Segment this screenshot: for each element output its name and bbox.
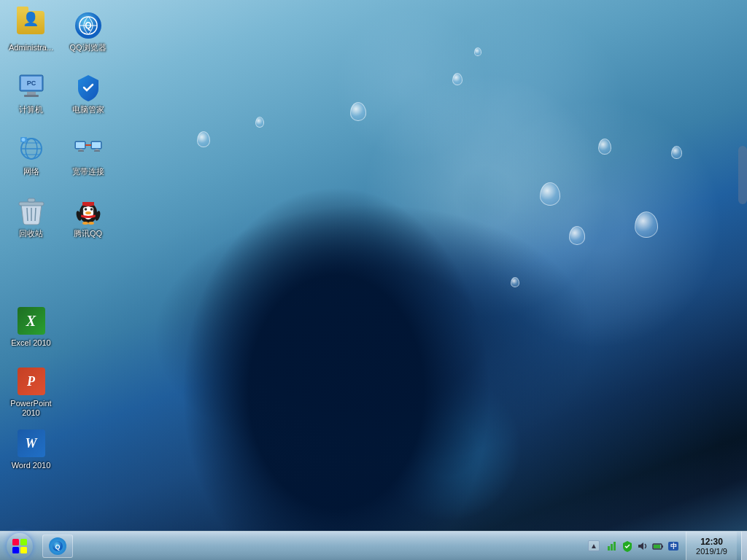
tray-security-icon[interactable] — [621, 540, 634, 553]
tencent-butler-label: 电脑管家 — [72, 105, 104, 114]
desktop-icon-recycle[interactable]: 回收站 — [4, 193, 58, 242]
svg-rect-53 — [654, 545, 660, 548]
water-drop-2 — [255, 117, 264, 128]
svg-rect-16 — [80, 149, 82, 150]
tray-power-icon[interactable] — [651, 540, 665, 553]
network-label: 网络 — [23, 167, 39, 176]
tray-expand-button[interactable]: ▲ — [588, 540, 600, 551]
water-drop-5 — [474, 47, 481, 56]
computer-label: 计算机 — [19, 105, 43, 114]
clock-time: 12:30 — [700, 537, 723, 547]
svg-text:中: 中 — [670, 542, 677, 550]
svg-rect-37 — [82, 202, 94, 206]
recycle-label: 回收站 — [19, 229, 43, 238]
tray-ime-icon[interactable]: 中 — [667, 540, 680, 553]
water-drop-6 — [540, 182, 560, 206]
svg-rect-42 — [12, 539, 19, 545]
svg-rect-17 — [78, 150, 84, 152]
water-drop-4 — [452, 73, 462, 85]
svg-rect-52 — [662, 545, 663, 548]
water-drop-11 — [511, 277, 519, 287]
excel-label: Excel 2010 — [11, 338, 50, 348]
svg-rect-19 — [92, 142, 101, 148]
svg-rect-15 — [76, 142, 85, 148]
desktop: 👤 Administra... Q QQ — [0, 0, 747, 560]
qq-icon — [74, 197, 103, 226]
taskbar: Q ▲ — [0, 531, 747, 560]
svg-point-35 — [85, 211, 91, 214]
qq-browser-icon: Q — [74, 11, 103, 40]
svg-text:Q: Q — [85, 20, 91, 31]
excel-icon — [17, 306, 46, 335]
desktop-icon-broadband[interactable]: 宽带连接 — [61, 131, 115, 180]
water-drop-3 — [350, 102, 366, 121]
svg-rect-45 — [20, 547, 27, 553]
system-tray: ▲ — [584, 532, 741, 560]
svg-rect-20 — [96, 149, 98, 150]
svg-line-25 — [27, 208, 28, 221]
windows-logo-icon — [12, 538, 28, 554]
tray-network-icon[interactable] — [605, 540, 619, 553]
taskbar-qq-browser[interactable]: Q — [42, 534, 73, 558]
desktop-icon-word[interactable]: Word 2010 — [4, 425, 58, 474]
word-label: Word 2010 — [12, 461, 51, 470]
desktop-icon-computer[interactable]: PC 计算机 — [4, 69, 58, 118]
svg-rect-44 — [12, 547, 19, 553]
svg-point-33 — [84, 208, 87, 211]
svg-point-34 — [90, 208, 93, 211]
taskbar-programs: Q — [39, 532, 584, 560]
desktop-icon-qq[interactable]: 腾讯QQ — [61, 193, 115, 242]
desktop-icon-powerpoint[interactable]: PowerPoint2010 — [4, 363, 58, 421]
water-drop-7 — [569, 226, 585, 245]
tray-icons: 中 — [603, 540, 683, 553]
tencent-butler-icon — [74, 73, 103, 102]
broadband-icon — [74, 135, 103, 164]
svg-rect-4 — [27, 92, 36, 95]
recycle-icon — [17, 197, 46, 226]
water-drop-9 — [635, 211, 658, 238]
svg-point-41 — [88, 222, 94, 225]
water-drop-8 — [598, 139, 611, 155]
powerpoint-label: PowerPoint2010 — [10, 399, 51, 418]
svg-text:Q: Q — [55, 543, 60, 551]
computer-icon: PC — [17, 73, 46, 102]
desktop-icon-excel[interactable]: Excel 2010 — [4, 303, 58, 351]
administrator-icon: 👤 — [17, 11, 46, 40]
desktop-icon-administrator[interactable]: 👤 Administra... — [4, 7, 58, 56]
svg-point-40 — [82, 222, 88, 225]
show-desktop-button[interactable] — [741, 532, 747, 561]
clock-date: 2019/1/9 — [696, 547, 727, 556]
water-drop-1 — [197, 131, 210, 147]
start-orb — [7, 533, 33, 559]
clock-area[interactable]: 12:30 2019/1/9 — [686, 532, 737, 560]
water-drop-10 — [671, 146, 682, 159]
word-icon — [17, 429, 46, 458]
broadband-label: 宽带连接 — [72, 167, 104, 176]
svg-rect-43 — [20, 539, 27, 545]
svg-rect-50 — [614, 542, 616, 551]
powerpoint-icon — [17, 367, 46, 396]
network-icon — [17, 135, 46, 164]
svg-rect-24 — [28, 198, 35, 202]
desktop-icon-network[interactable]: 网络 — [4, 131, 58, 180]
desktop-icon-tencent-butler[interactable]: 电脑管家 — [61, 69, 115, 118]
taskbar-qq-browser-icon: Q — [49, 537, 66, 555]
svg-rect-48 — [608, 546, 610, 551]
scrollbar[interactable] — [738, 146, 747, 204]
desktop-icon-qq-browser[interactable]: Q QQ浏览器 — [61, 7, 115, 56]
administrator-label: Administra... — [9, 43, 53, 52]
svg-rect-23 — [19, 202, 44, 206]
svg-line-27 — [35, 208, 36, 221]
start-button[interactable] — [0, 532, 39, 561]
svg-rect-5 — [24, 95, 39, 97]
svg-rect-21 — [94, 150, 100, 152]
tray-volume-icon[interactable] — [636, 540, 649, 553]
qq-browser-label: QQ浏览器 — [69, 43, 106, 52]
svg-rect-49 — [611, 544, 613, 551]
svg-point-13 — [21, 138, 25, 141]
svg-text:PC: PC — [26, 79, 36, 87]
qq-label: 腾讯QQ — [74, 229, 102, 238]
